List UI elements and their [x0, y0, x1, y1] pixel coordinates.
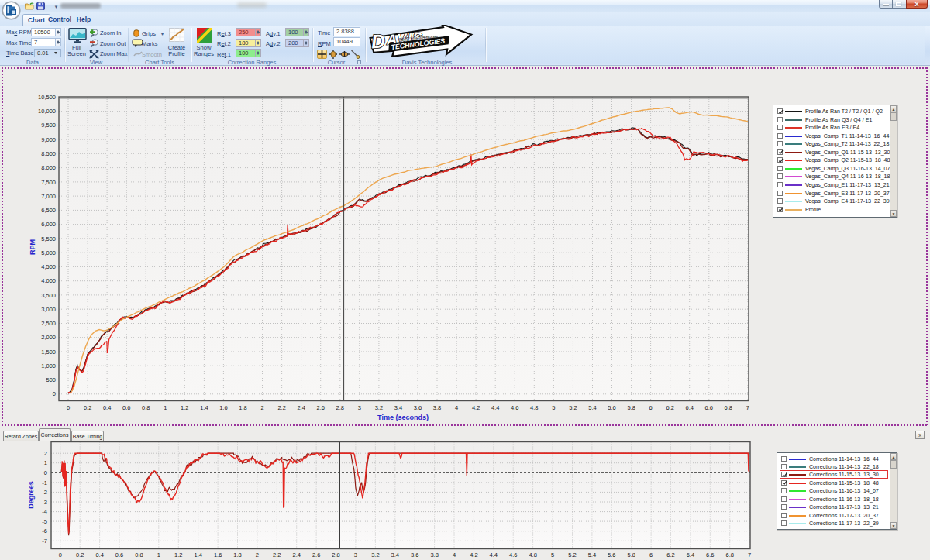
svg-text:1: 1	[44, 459, 47, 466]
svg-text:2,500: 2,500	[41, 320, 56, 327]
svg-text:4.2: 4.2	[472, 404, 480, 411]
svg-text:2.2: 2.2	[277, 404, 285, 411]
svg-text:1.2: 1.2	[181, 404, 188, 411]
svg-text:3,000: 3,000	[41, 306, 56, 313]
svg-text:5.4: 5.4	[588, 551, 596, 558]
svg-text:0.4: 0.4	[103, 404, 111, 411]
svg-text:1,000: 1,000	[41, 362, 56, 369]
svg-text:6,500: 6,500	[41, 207, 56, 214]
svg-text:3.4: 3.4	[394, 404, 402, 411]
svg-text:6.6: 6.6	[705, 404, 713, 411]
svg-text:3: 3	[354, 551, 357, 558]
svg-text:2.4: 2.4	[297, 404, 305, 411]
svg-text:4.8: 4.8	[529, 551, 536, 558]
svg-text:-3: -3	[42, 499, 47, 506]
svg-text:5: 5	[552, 404, 555, 411]
svg-text:4.4: 4.4	[491, 404, 499, 411]
svg-text:9,000: 9,000	[41, 136, 56, 143]
svg-text:0.6: 0.6	[122, 404, 130, 411]
svg-text:5,000: 5,000	[41, 249, 56, 256]
svg-text:3.6: 3.6	[411, 551, 418, 558]
svg-text:5.2: 5.2	[569, 404, 577, 411]
svg-text:10,500: 10,500	[38, 94, 56, 101]
svg-text:1,500: 1,500	[41, 349, 56, 356]
svg-text:4.6: 4.6	[509, 551, 517, 558]
svg-text:4.8: 4.8	[530, 404, 538, 411]
svg-text:1.4: 1.4	[194, 551, 202, 558]
svg-text:6.6: 6.6	[706, 551, 714, 558]
svg-text:2.2: 2.2	[273, 551, 281, 558]
svg-text:4: 4	[453, 551, 456, 558]
svg-text:7: 7	[746, 404, 749, 411]
svg-text:1.6: 1.6	[214, 551, 222, 558]
svg-text:-4: -4	[42, 508, 47, 515]
svg-text:5.8: 5.8	[627, 551, 635, 558]
svg-text:7,500: 7,500	[41, 179, 56, 186]
svg-text:6.8: 6.8	[725, 404, 732, 411]
svg-text:1: 1	[164, 404, 167, 411]
svg-text:0.6: 0.6	[115, 551, 123, 558]
svg-text:2.8: 2.8	[336, 404, 344, 411]
svg-text:1: 1	[157, 551, 160, 558]
svg-text:0.2: 0.2	[84, 404, 91, 411]
svg-text:7,000: 7,000	[41, 193, 56, 200]
svg-text:5.2: 5.2	[568, 551, 576, 558]
svg-text:-1: -1	[42, 479, 47, 486]
svg-text:0: 0	[59, 551, 62, 558]
svg-text:4: 4	[455, 404, 458, 411]
svg-text:6: 6	[649, 551, 653, 558]
svg-text:2.8: 2.8	[332, 551, 339, 558]
svg-text:6.2: 6.2	[666, 551, 674, 558]
svg-text:7: 7	[748, 551, 751, 558]
svg-text:6: 6	[649, 404, 653, 411]
svg-text:6,000: 6,000	[41, 221, 56, 228]
svg-text:0.4: 0.4	[95, 551, 103, 558]
svg-text:3.8: 3.8	[433, 404, 441, 411]
svg-text:500: 500	[46, 376, 56, 383]
svg-text:5.4: 5.4	[588, 404, 596, 411]
svg-text:3: 3	[358, 404, 361, 411]
svg-text:10,000: 10,000	[38, 108, 56, 115]
svg-text:6.4: 6.4	[685, 404, 693, 411]
svg-text:RPM: RPM	[29, 239, 36, 255]
svg-text:0: 0	[44, 469, 47, 476]
svg-text:8,500: 8,500	[41, 150, 56, 157]
svg-text:Degrees: Degrees	[27, 481, 35, 509]
svg-text:1.8: 1.8	[233, 551, 241, 558]
svg-text:3.6: 3.6	[414, 404, 422, 411]
svg-text:D: D	[370, 29, 386, 52]
svg-text:1.6: 1.6	[219, 404, 227, 411]
svg-text:2: 2	[44, 450, 47, 457]
svg-text:1.4: 1.4	[200, 404, 208, 411]
svg-text:2: 2	[260, 404, 264, 411]
svg-text:0: 0	[53, 390, 56, 397]
svg-text:6.2: 6.2	[666, 404, 673, 411]
svg-text:5,500: 5,500	[41, 235, 56, 242]
svg-text:5: 5	[551, 551, 554, 558]
svg-text:4,500: 4,500	[41, 263, 56, 270]
svg-text:-7: -7	[42, 538, 47, 545]
svg-text:5.6: 5.6	[608, 551, 615, 558]
svg-text:2.6: 2.6	[316, 404, 324, 411]
svg-text:8,000: 8,000	[41, 164, 56, 171]
svg-text:1.2: 1.2	[174, 551, 182, 558]
svg-text:4.4: 4.4	[490, 551, 498, 558]
svg-text:2,000: 2,000	[41, 334, 56, 341]
svg-text:3.4: 3.4	[391, 551, 399, 558]
svg-text:6.4: 6.4	[687, 551, 694, 558]
svg-text:3.2: 3.2	[371, 551, 379, 558]
svg-text:0.8: 0.8	[135, 551, 143, 558]
svg-text:Time (seconds): Time (seconds)	[377, 414, 429, 421]
svg-text:0.2: 0.2	[76, 551, 84, 558]
svg-text:-2: -2	[42, 489, 47, 496]
svg-text:4,000: 4,000	[41, 277, 56, 284]
svg-text:-5: -5	[42, 518, 47, 525]
svg-text:4.6: 4.6	[511, 404, 518, 411]
svg-text:3,500: 3,500	[41, 292, 56, 299]
svg-text:4.2: 4.2	[470, 551, 477, 558]
svg-text:6.8: 6.8	[725, 551, 733, 558]
svg-text:5.8: 5.8	[627, 404, 635, 411]
svg-text:3.2: 3.2	[375, 404, 383, 411]
svg-text:1.8: 1.8	[239, 404, 246, 411]
svg-text:2.6: 2.6	[312, 551, 320, 558]
